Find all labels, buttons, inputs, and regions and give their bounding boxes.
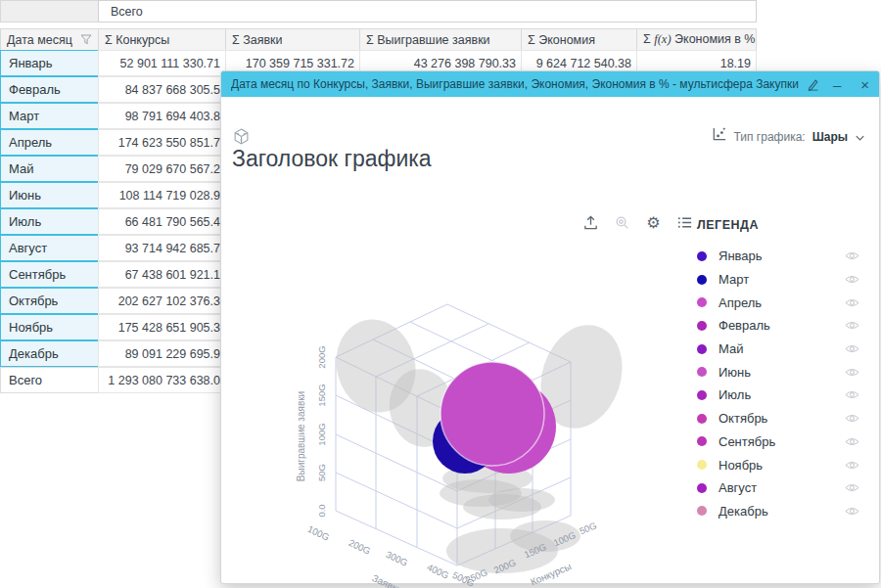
table-row-month[interactable]: Март: [0, 103, 99, 129]
export-icon[interactable]: [581, 213, 600, 232]
chart-type-value: Шары: [812, 130, 848, 144]
legend-color-dot: [697, 251, 707, 261]
axis-label: Выигравшие заявки: [296, 391, 306, 481]
settings-gear-icon[interactable]: ⚙: [644, 213, 663, 232]
dice-icon[interactable]: [233, 128, 250, 145]
legend-label: Сентябрь: [719, 434, 775, 449]
legend-color-dot: [697, 460, 707, 470]
table-cell-value: 84 837 668 305.5: [98, 76, 226, 103]
legend-item[interactable]: Сентябрь: [697, 430, 859, 454]
column-header-5[interactable]: Σ f(x) Экономия в %: [636, 28, 757, 51]
legend-label: Декабрь: [719, 504, 768, 519]
column-header-0[interactable]: Дата месяц: [0, 28, 99, 51]
table-row-month[interactable]: Июль: [0, 208, 99, 235]
ghost-bubble: [488, 488, 555, 512]
table-cell-value: 79 029 670 567.2: [98, 156, 226, 182]
eye-icon[interactable]: [845, 413, 859, 424]
eye-icon[interactable]: [845, 389, 859, 400]
axis-tick-label: 200G: [348, 537, 373, 557]
eye-icon[interactable]: [845, 297, 859, 308]
legend-item[interactable]: Ноябрь: [697, 453, 859, 476]
legend-item[interactable]: Июнь: [697, 360, 859, 384]
chart-type-label: Тип графика:: [734, 130, 806, 144]
column-header-label: Дата месяц: [7, 33, 72, 47]
table-row-month[interactable]: Ноябрь: [0, 314, 99, 340]
column-header-1[interactable]: Σ Конкурсы: [98, 28, 226, 51]
table-cell-value: 1 293 080 733 638.0: [98, 367, 226, 393]
axis-tick-label: 50G: [316, 464, 327, 481]
legend-item[interactable]: Июль: [697, 384, 859, 407]
legend-item[interactable]: Январь: [697, 245, 859, 268]
table-row-month[interactable]: Июнь: [0, 182, 99, 208]
axis-tick-label: 300G: [385, 549, 410, 568]
axis-tick-label: 400G: [426, 562, 451, 581]
eye-icon[interactable]: [845, 506, 859, 517]
eye-icon[interactable]: [845, 436, 859, 447]
minimize-button[interactable]: –: [833, 77, 841, 92]
chart-type-selector[interactable]: Тип графика: Шары: [711, 126, 865, 147]
column-header-label: Σ Конкурсы: [105, 33, 169, 47]
legend-item[interactable]: Август: [697, 476, 859, 500]
axis-tick-label: 100G: [306, 523, 332, 543]
chart-bubble[interactable]: [440, 362, 544, 466]
legend-label: Февраль: [719, 318, 770, 333]
legend-color-dot: [697, 390, 707, 400]
legend-label: Январь: [719, 249, 763, 263]
legend-label: Октябрь: [719, 411, 767, 426]
legend-item[interactable]: Апрель: [697, 291, 859, 314]
eye-icon[interactable]: [845, 460, 859, 471]
legend-color-dot: [697, 483, 707, 493]
eye-icon[interactable]: [845, 320, 859, 331]
legend-item[interactable]: Декабрь: [697, 500, 859, 523]
table-row-month[interactable]: Апрель: [0, 129, 99, 156]
chart-legend: ЛЕГЕНДА ЯнварьМартАпрельФевральМайИюньИю…: [697, 218, 859, 522]
axis-tick-label: 250G: [464, 566, 489, 585]
eye-icon[interactable]: [845, 367, 859, 378]
table-cell-value: 66 481 790 565.4: [98, 208, 226, 235]
table-cell-value: 93 714 942 685.7: [98, 235, 226, 261]
column-header-label: Σ Экономия: [528, 33, 595, 47]
legend-color-dot: [697, 344, 707, 354]
table-row-month[interactable]: Август: [0, 235, 99, 261]
table-row-month[interactable]: Октябрь: [0, 288, 99, 314]
zoom-icon[interactable]: [613, 213, 631, 232]
axis-tick-label: 150G: [316, 384, 327, 406]
filter-funnel-icon[interactable]: [80, 34, 92, 45]
edit-title-icon[interactable]: [807, 77, 820, 91]
legend-label: Май: [719, 341, 743, 356]
table-cell-value: 89 091 229 695.9: [98, 340, 226, 367]
column-header-2[interactable]: Σ Заявки: [225, 28, 360, 51]
legend-item[interactable]: Октябрь: [697, 407, 859, 430]
column-header-3[interactable]: Σ Выигравшие заявки: [359, 28, 522, 51]
chart-canvas[interactable]: 0.050G100G150G200GВыигравшие заявки100G2…: [265, 249, 686, 588]
legend-item[interactable]: Февраль: [697, 314, 859, 338]
close-button[interactable]: ×: [860, 77, 869, 92]
scatter-chart-icon: [711, 126, 727, 147]
legend-color-dot: [697, 321, 707, 331]
legend-label: Апрель: [719, 295, 762, 310]
legend-color-dot: [697, 367, 707, 377]
legend-color-dot: [697, 275, 707, 285]
column-header-4[interactable]: Σ Экономия: [521, 28, 637, 51]
legend-item[interactable]: Март: [697, 268, 859, 292]
eye-icon[interactable]: [845, 274, 859, 285]
bubbles-layer: [433, 362, 556, 474]
table-row-month[interactable]: Февраль: [0, 76, 99, 103]
table-row-month[interactable]: Май: [0, 156, 99, 182]
eye-icon[interactable]: [845, 482, 859, 493]
chart-title: Заголовок графика: [232, 146, 432, 172]
legend-item[interactable]: Май: [697, 338, 859, 361]
column-header-label: Σ f(x) Экономия в %: [643, 32, 755, 47]
axis-tick-label: 0.0: [316, 504, 327, 517]
eye-icon[interactable]: [845, 343, 859, 354]
table-row-month[interactable]: Сентябрь: [0, 261, 99, 288]
table-row-month[interactable]: Всего: [0, 367, 99, 393]
table-cell-value: 202 627 102 376.3: [98, 288, 226, 314]
eye-icon[interactable]: [845, 250, 859, 261]
legend-color-dot: [697, 506, 707, 516]
legend-list-icon[interactable]: [675, 213, 694, 232]
table-total-header: Всего: [98, 0, 757, 23]
table-row-month[interactable]: Январь: [0, 50, 99, 76]
table-row-month[interactable]: Декабрь: [0, 340, 99, 367]
column-header-label: Σ Выигравшие заявки: [366, 33, 490, 47]
